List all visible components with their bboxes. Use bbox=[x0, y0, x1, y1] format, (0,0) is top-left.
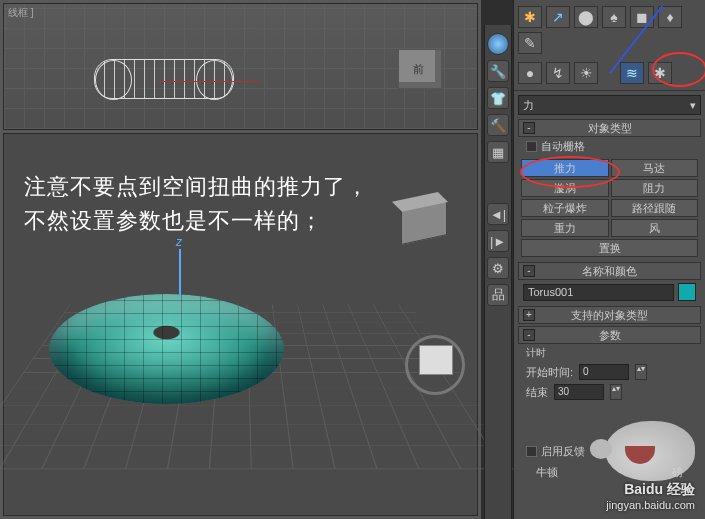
vortex-button[interactable]: 漩涡 bbox=[521, 179, 609, 197]
timing-group-label: 计时 bbox=[518, 344, 701, 362]
grid-icon[interactable]: ▦ bbox=[487, 141, 509, 163]
force-gizmo-top[interactable]: 前 bbox=[398, 49, 442, 89]
object-type-rollout: - 对象类型 自动栅格 推力 马达 漩涡 阻力 粒子爆炸 路径跟随 重力 风 置… bbox=[518, 119, 701, 260]
collapse-icon[interactable]: - bbox=[523, 122, 535, 134]
annotation-line1: 注意不要点到空间扭曲的推力了， bbox=[24, 172, 369, 202]
checkbox-icon bbox=[526, 446, 537, 457]
create-tab[interactable]: ✱ bbox=[518, 6, 542, 28]
name-color-header[interactable]: - 名称和颜色 bbox=[518, 262, 701, 280]
annotation-line2: 不然设置参数也是不一样的； bbox=[24, 206, 323, 236]
display-tab[interactable]: ◼ bbox=[630, 6, 654, 28]
autogrid-checkbox[interactable]: 自动栅格 bbox=[518, 137, 701, 156]
end-time-spinner: 结束 30 ▴▾ bbox=[518, 382, 701, 402]
watermark-brand: Baidu 经验 bbox=[605, 481, 695, 499]
x-axis-line bbox=[159, 81, 259, 82]
supported-rollout: + 支持的对象类型 bbox=[518, 306, 701, 324]
watermark-url: jingyan.baidu.com bbox=[605, 499, 695, 511]
play-prev-icon[interactable]: ◄| bbox=[487, 203, 509, 225]
main-tabs: ✱ ↗ ⬤ ♠ ◼ ♦ ✎ bbox=[514, 0, 705, 60]
hierarchy-tab[interactable]: ⬤ bbox=[574, 6, 598, 28]
vertical-toolbar: 🔧 👕 🔨 ▦ ◄| |► ⚙ 品 bbox=[484, 25, 512, 519]
expand-icon[interactable]: + bbox=[523, 309, 535, 321]
play-next-icon[interactable]: |► bbox=[487, 230, 509, 252]
torus-object[interactable] bbox=[49, 294, 284, 404]
watermark: Baidu 经验 jingyan.baidu.com bbox=[605, 421, 695, 511]
start-time-input[interactable]: 0 bbox=[579, 364, 629, 380]
viewport-top[interactable]: 线框 ] 前 bbox=[3, 3, 478, 130]
category-dropdown[interactable]: 力 bbox=[518, 95, 701, 115]
viewcube[interactable] bbox=[405, 335, 465, 395]
force-buttons: 推力 马达 漩涡 阻力 粒子爆炸 路径跟随 重力 风 置换 bbox=[518, 156, 701, 260]
wireframe-capsule[interactable] bbox=[94, 59, 234, 99]
spinner-arrows-icon[interactable]: ▴▾ bbox=[610, 384, 622, 400]
hierarchy-icon[interactable]: 品 bbox=[487, 284, 509, 306]
end-time-input[interactable]: 30 bbox=[554, 384, 604, 400]
lights-icon[interactable]: ☀ bbox=[574, 62, 598, 84]
name-color-rollout: - 名称和颜色 Torus001 bbox=[518, 262, 701, 304]
modify-tab[interactable]: ↗ bbox=[546, 6, 570, 28]
utilities-tab[interactable]: ♦ bbox=[658, 6, 682, 28]
checkbox-icon bbox=[526, 141, 537, 152]
object-name-field[interactable]: Torus001 bbox=[523, 284, 674, 301]
displace-button[interactable]: 置换 bbox=[521, 239, 698, 257]
tshirt-icon[interactable]: 👕 bbox=[487, 87, 509, 109]
dropdown-value: 力 bbox=[523, 98, 534, 113]
shapes-icon[interactable]: ↯ bbox=[546, 62, 570, 84]
settings-icon[interactable]: ⚙ bbox=[487, 257, 509, 279]
script-tab[interactable]: ✎ bbox=[518, 32, 542, 54]
spacewarps-icon[interactable]: ≋ bbox=[620, 62, 644, 84]
spinner-arrows-icon[interactable]: ▴▾ bbox=[635, 364, 647, 380]
viewport-perspective[interactable]: [ 真实 ] 注意不要点到空间扭曲的推力了， 不然设置参数也是不一样的； bbox=[3, 133, 478, 516]
push-button[interactable]: 推力 bbox=[521, 159, 609, 177]
object-type-header[interactable]: - 对象类型 bbox=[518, 119, 701, 137]
motion-tab[interactable]: ♠ bbox=[602, 6, 626, 28]
collapse-icon[interactable]: - bbox=[523, 329, 535, 341]
shark-mascot-icon bbox=[605, 421, 695, 481]
newton-label: 牛顿 bbox=[536, 465, 558, 480]
geometry-icon[interactable]: ● bbox=[518, 62, 542, 84]
params-header[interactable]: - 参数 bbox=[518, 326, 701, 344]
hammer-icon[interactable]: 🔨 bbox=[487, 114, 509, 136]
wind-button[interactable]: 风 bbox=[611, 219, 699, 237]
supported-header[interactable]: + 支持的对象类型 bbox=[518, 306, 701, 324]
viewport-area: 线框 ] 前 [ 真实 ] 注意不要点到空间扭曲的推力了， 不然设置参数也是不一… bbox=[0, 0, 481, 519]
gravity-button[interactable]: 重力 bbox=[521, 219, 609, 237]
cube-face-label: 前 bbox=[413, 62, 424, 77]
viewport-top-label: 线框 ] bbox=[8, 6, 34, 20]
systems-icon[interactable]: ✱ bbox=[648, 62, 672, 84]
globe-icon[interactable] bbox=[487, 33, 509, 55]
pbomb-button[interactable]: 粒子爆炸 bbox=[521, 199, 609, 217]
start-time-spinner: 开始时间: 0 ▴▾ bbox=[518, 362, 701, 382]
tool-icon[interactable]: 🔧 bbox=[487, 60, 509, 82]
pathfollow-button[interactable]: 路径跟随 bbox=[611, 199, 699, 217]
sub-tabs: ● ↯ ☀ ≋ ✱ bbox=[514, 60, 705, 91]
motor-button[interactable]: 马达 bbox=[611, 159, 699, 177]
color-swatch[interactable] bbox=[678, 283, 696, 301]
collapse-icon[interactable]: - bbox=[523, 265, 535, 277]
drag-button[interactable]: 阻力 bbox=[611, 179, 699, 197]
